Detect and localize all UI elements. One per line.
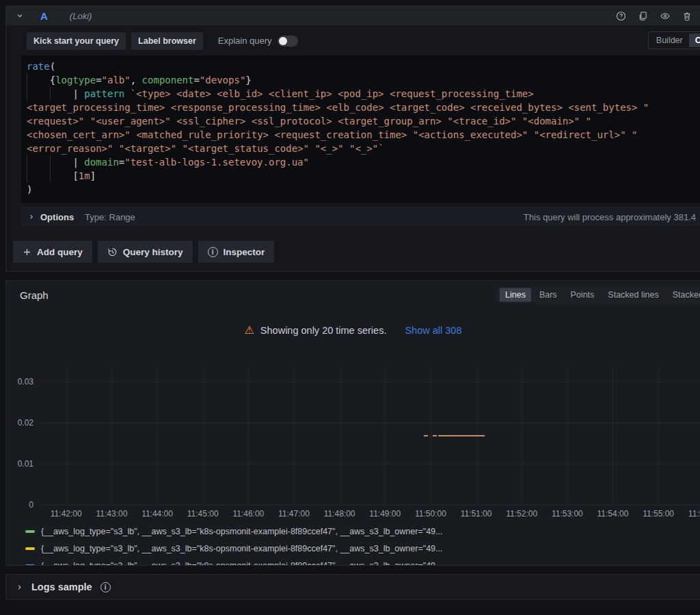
grafana-explore-view: A (Loki) Kick start your query Label bro… [0, 0, 700, 615]
query-ref-id: A [40, 10, 48, 22]
y-tick-label: 0.02 [18, 418, 33, 428]
options-title: Options [40, 212, 74, 222]
code-line: {logtype="alb", component="devops"} [27, 73, 669, 87]
options-type-label: Type: Range [85, 212, 135, 222]
gridline-vertical [203, 367, 204, 505]
gridline-vertical [612, 367, 613, 505]
tab-points[interactable]: Points [565, 288, 600, 302]
warning-icon: ⚠ [245, 325, 254, 336]
tab-stacked-lines[interactable]: Stacked lines [602, 288, 664, 302]
mode-builder-button[interactable]: Builder [650, 34, 689, 47]
graph-mode-tabs: LinesBarsPointsStacked linesStacked bars [497, 287, 700, 303]
query-history-button[interactable]: Query history [98, 241, 193, 263]
info-icon: i [100, 582, 111, 592]
tab-bars[interactable]: Bars [534, 288, 563, 302]
info-icon: i [208, 247, 218, 257]
y-tick-label: 0.03 [18, 377, 33, 387]
eye-icon[interactable] [660, 11, 671, 21]
tab-stacked-bars[interactable]: Stacked bars [667, 288, 700, 302]
gridline-vertical [567, 367, 568, 505]
gridline-vertical [66, 367, 67, 505]
time-series-chart[interactable]: 00.010.020.0311:42:0011:43:0011:44:0011:… [6, 367, 700, 520]
chevron-right-icon [16, 584, 23, 591]
code-line: | pattern `<type> <date> <elb_id> <clien… [27, 87, 669, 155]
explain-query-toggle[interactable] [278, 36, 298, 47]
logs-sample-title: Logs sample [31, 581, 92, 592]
x-tick-label: 11:44:00 [142, 509, 173, 519]
loki-query-editor[interactable]: rate( {logtype="alb", component="devops"… [21, 55, 700, 203]
x-tick-label: 11:52:00 [506, 509, 537, 519]
code-line: ) [27, 183, 669, 196]
graph-panel-title: Graph [20, 289, 49, 301]
datasource-hint: (Loki) [70, 11, 92, 21]
gridline-vertical [248, 367, 249, 505]
x-tick-label: 11:46:00 [232, 509, 264, 519]
legend-series-label: {__aws_log_type="s3_lb", __aws_s3_lb="k8… [41, 544, 442, 553]
x-tick-label: 11:51:00 [461, 509, 492, 519]
gridline-vertical [522, 367, 522, 505]
gridline-vertical [111, 367, 112, 505]
mode-code-button[interactable]: Code [689, 34, 700, 47]
trash-icon[interactable] [682, 11, 692, 21]
query-row-header[interactable]: A (Loki) [6, 6, 700, 25]
x-tick-label: 11:45:00 [187, 509, 219, 519]
legend-series-marker [25, 564, 35, 566]
legend-series-marker [25, 530, 35, 533]
gridline-horizontal [40, 382, 700, 382]
inspector-label: Inspector [224, 247, 265, 257]
graph-panel-header: Graph LinesBarsPointsStacked linesStacke… [6, 281, 700, 303]
series-line-segment [424, 435, 437, 436]
x-tick-label: 11:55:00 [643, 509, 674, 519]
x-tick-label: 11:42:00 [51, 509, 82, 519]
show-all-series-link[interactable]: Show all 308 [405, 325, 461, 336]
add-query-button[interactable]: Add query [13, 241, 92, 263]
code-line: | domain="test-alb-logs-1.setevoy.org.ua… [27, 155, 669, 169]
plus-icon [23, 248, 31, 257]
chevron-right-icon [28, 213, 35, 220]
x-tick-label: 11:50:00 [415, 509, 446, 519]
gridline-vertical [385, 367, 386, 505]
help-icon[interactable] [616, 11, 626, 21]
x-tick-label: 11:43:00 [96, 509, 127, 519]
gridline-vertical [157, 367, 158, 505]
y-tick-label: 0 [29, 500, 33, 510]
gridline-vertical [658, 367, 659, 505]
x-tick-label: 11:47:00 [278, 509, 310, 519]
x-tick-label: 11:48:00 [324, 509, 355, 519]
history-icon [107, 247, 118, 257]
query-toolbar: Kick start your query Label browser Expl… [27, 31, 700, 50]
gridline-horizontal [40, 423, 700, 423]
x-tick-label: 11:56:00 [688, 509, 700, 519]
duplicate-icon[interactable] [638, 11, 648, 21]
options-bar[interactable]: Options Type: Range This query will proc… [21, 207, 700, 226]
logs-sample-bar[interactable]: Logs sample i [5, 574, 700, 600]
chart-plot-area[interactable]: 00.010.020.0311:42:0011:43:0011:44:0011:… [40, 367, 700, 505]
kick-start-query-button[interactable]: Kick start your query [27, 32, 126, 50]
x-tick-label: 11:53:00 [552, 509, 583, 519]
gridline-horizontal [40, 505, 700, 506]
explain-query-label: Explain query [218, 36, 272, 46]
series-line-segment [438, 435, 485, 436]
series-limit-warning: ⚠ Showing only 20 time series. Show all … [6, 324, 700, 337]
code-line: rate( [27, 60, 669, 73]
inspector-button[interactable]: i Inspector [198, 241, 275, 263]
chevron-down-icon[interactable] [16, 12, 24, 20]
gridline-vertical [294, 367, 295, 505]
query-code[interactable]: rate( {logtype="alb", component="devops"… [27, 60, 669, 196]
editor-mode-switch: Builder Code [648, 31, 700, 49]
add-query-label: Add query [37, 247, 83, 257]
chart-legend: {__aws_log_type="s3_lb", __aws_s3_lb="k8… [25, 523, 700, 566]
query-history-label: Query history [123, 247, 183, 257]
x-tick-label: 11:49:00 [369, 509, 401, 519]
legend-item[interactable]: {__aws_log_type="s3_lb", __aws_s3_lb="k8… [25, 540, 700, 557]
query-actions-row: Add query Query history i Inspector [13, 241, 700, 263]
tab-lines[interactable]: Lines [500, 288, 531, 302]
toggle-knob [279, 37, 287, 45]
code-line: [1m] [27, 169, 669, 183]
label-browser-button[interactable]: Label browser [131, 32, 203, 50]
legend-item[interactable]: {__aws_log_type="s3_lb", __aws_s3_lb="k8… [25, 557, 700, 566]
legend-item[interactable]: {__aws_log_type="s3_lb", __aws_s3_lb="k8… [25, 523, 700, 540]
y-tick-label: 0.01 [18, 459, 33, 469]
legend-series-label: {__aws_log_type="s3_lb", __aws_s3_lb="k8… [41, 561, 442, 566]
legend-series-label: {__aws_log_type="s3_lb", __aws_s3_lb="k8… [41, 527, 442, 536]
